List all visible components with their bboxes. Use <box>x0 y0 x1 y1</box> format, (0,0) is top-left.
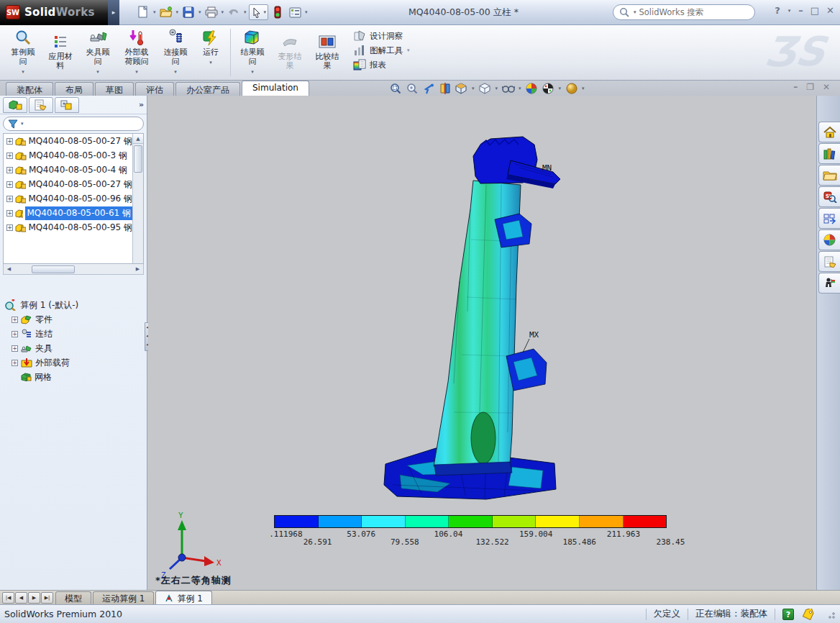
hscroll-thumb[interactable] <box>32 265 75 273</box>
solidworks-search-icon[interactable]: SW <box>818 186 840 207</box>
expand-plus-icon[interactable]: + <box>6 138 13 145</box>
expand-plus-icon[interactable]: + <box>6 210 13 217</box>
hide-show-items-icon[interactable] <box>501 82 515 95</box>
tree-row[interactable]: + MQ4040-08-05-00-95 钢 <box>4 220 132 235</box>
tab-model[interactable]: 模型 <box>55 591 91 604</box>
resize-grip[interactable] <box>826 609 836 619</box>
options-list-icon[interactable] <box>287 4 303 20</box>
plot-tools-button[interactable]: 图解工具 ▾ <box>353 45 411 56</box>
tab-layout[interactable]: 布局 <box>55 82 93 96</box>
custom-properties-icon[interactable] <box>818 251 840 272</box>
new-document-icon[interactable] <box>135 4 151 20</box>
tab-simulation[interactable]: Simulation <box>242 81 309 96</box>
external-loads-advisor-button[interactable]: 外部载 荷顾问 ▾ <box>117 27 157 77</box>
tree-row-selected[interactable]: + MQ4040-08-05-00-61 钢 <box>4 206 132 220</box>
study-advisor-caret[interactable]: ▾ <box>22 68 24 77</box>
run-caret[interactable]: ▾ <box>209 58 212 68</box>
connections-advisor-button[interactable]: 连接顾 问 ▾ <box>157 27 194 77</box>
tab-office-products[interactable]: 办公室产品 <box>175 82 240 96</box>
open-dropdown-caret[interactable]: ▾ <box>176 9 179 15</box>
undo-icon[interactable] <box>226 4 242 20</box>
save-dropdown-caret[interactable]: ▾ <box>198 9 201 15</box>
tab-evaluate[interactable]: 评估 <box>135 82 174 96</box>
tab-motion-study[interactable]: 运动算例 1 <box>93 591 154 604</box>
help-dropdown-caret[interactable]: ▾ <box>788 8 791 14</box>
quick-tips-help-icon[interactable]: ? <box>782 609 794 620</box>
next-tab-button[interactable]: ▶ <box>28 592 40 604</box>
tree-vertical-scrollbar[interactable]: ▲ <box>132 134 143 263</box>
last-tab-button[interactable]: ▶| <box>41 592 53 604</box>
study-root[interactable]: * 算例 1 (-默认-) <box>4 298 147 312</box>
expand-plus-icon[interactable]: + <box>6 196 13 202</box>
external-loads-advisor-caret[interactable]: ▾ <box>135 68 138 77</box>
connections-advisor-caret[interactable]: ▾ <box>174 68 177 77</box>
study-advisor-button[interactable]: 算例顾 问 ▾ <box>4 27 42 77</box>
document-recovery-person-icon[interactable] <box>818 273 840 294</box>
configuration-manager-tab[interactable] <box>55 97 79 113</box>
design-library-icon[interactable] <box>818 143 840 164</box>
expand-plus-icon[interactable]: + <box>6 153 13 159</box>
expand-plus-icon[interactable]: + <box>6 167 13 173</box>
tree-filter-bar[interactable]: ▾ <box>3 117 144 131</box>
previous-view-icon[interactable] <box>421 82 435 95</box>
view-palette-icon[interactable] <box>818 208 840 229</box>
file-explorer-icon[interactable] <box>818 165 840 186</box>
expand-plus-icon[interactable]: + <box>6 181 13 188</box>
tree-row[interactable]: + MQ4040-08-05-00-27 钢 <box>4 134 132 148</box>
panel-expand-button[interactable]: » <box>139 100 144 109</box>
doc-minimize-button[interactable]: – <box>793 82 798 92</box>
previous-tab-button[interactable]: ◀ <box>15 592 27 604</box>
tree-row[interactable]: + MQ4040-08-05-00-3 钢 <box>4 148 132 163</box>
study-item-connections[interactable]: + 连结 <box>4 327 147 341</box>
plot-tools-caret[interactable]: ▾ <box>407 47 410 53</box>
graphics-viewport[interactable]: Y X Z MN MX .111968 53.076 106. <box>148 96 816 590</box>
help-button[interactable]: ? <box>775 5 780 16</box>
print-icon[interactable] <box>204 4 219 20</box>
apply-scene-icon[interactable] <box>542 82 555 95</box>
fixtures-advisor-button[interactable]: 夹具顾 问 ▾ <box>79 27 117 77</box>
tree-row[interactable]: + MQ4040-08-05-00-96 钢 <box>4 191 132 206</box>
options-dropdown-caret[interactable]: ▾ <box>305 9 308 15</box>
zoom-to-area-icon[interactable] <box>405 82 419 95</box>
study-item-fixtures[interactable]: + 夹具 <box>4 341 147 355</box>
expand-plus-icon[interactable]: + <box>12 317 18 323</box>
tag-icon[interactable] <box>801 609 816 620</box>
view-orientation-icon[interactable] <box>455 82 468 95</box>
view-orientation-caret[interactable]: ▾ <box>472 86 475 91</box>
filter-dropdown-caret[interactable]: ▾ <box>21 121 24 127</box>
first-tab-button[interactable]: |◀ <box>2 592 14 604</box>
undo-dropdown-caret[interactable]: ▾ <box>244 9 247 15</box>
study-item-mesh[interactable]: 网格 <box>4 370 147 384</box>
section-view-icon[interactable] <box>438 82 452 95</box>
appearances-scenes-icon[interactable] <box>818 229 840 250</box>
fixtures-advisor-caret[interactable]: ▾ <box>96 68 99 77</box>
compare-results-button[interactable]: 比较结 果 <box>309 27 346 71</box>
design-insight-button[interactable]: 设计洞察 <box>353 30 411 42</box>
property-manager-tab[interactable] <box>29 97 53 113</box>
tab-sketch[interactable]: 草图 <box>95 82 134 96</box>
tree-row[interactable]: + MQ4040-08-05-00-27 钢 <box>4 177 132 191</box>
open-document-icon[interactable] <box>158 4 174 20</box>
run-button[interactable]: 运行 ▾ <box>194 27 227 68</box>
zoom-to-fit-icon[interactable] <box>388 82 402 95</box>
search-scope-caret[interactable]: ▾ <box>634 9 636 15</box>
hide-show-caret[interactable]: ▾ <box>519 86 521 91</box>
tab-assembly[interactable]: 装配体 <box>6 82 53 96</box>
expand-plus-icon[interactable]: + <box>12 331 18 337</box>
new-dropdown-caret[interactable]: ▾ <box>153 9 156 15</box>
study-item-external-loads[interactable]: + 外部载荷 <box>4 355 147 370</box>
report-button[interactable]: 报表 <box>353 59 411 71</box>
rebuild-traffic-light-icon[interactable] <box>270 4 286 20</box>
study-item-parts[interactable]: + 零件 <box>4 312 147 327</box>
apply-scene-caret[interactable]: ▾ <box>559 86 562 91</box>
tree-row[interactable]: + MQ4040-08-05-00-4 钢 <box>4 163 132 177</box>
solidworks-resources-home-icon[interactable] <box>818 122 840 142</box>
close-button[interactable]: ✕ <box>826 5 834 16</box>
save-icon[interactable] <box>181 4 196 20</box>
scroll-left-arrow[interactable]: ◀ <box>4 266 14 272</box>
results-advisor-caret[interactable]: ▾ <box>251 68 254 77</box>
display-style-icon[interactable] <box>478 82 492 95</box>
scroll-thumb[interactable] <box>134 145 142 173</box>
minimize-button[interactable]: – <box>798 5 803 16</box>
select-dropdown-caret[interactable]: ▾ <box>264 9 267 15</box>
